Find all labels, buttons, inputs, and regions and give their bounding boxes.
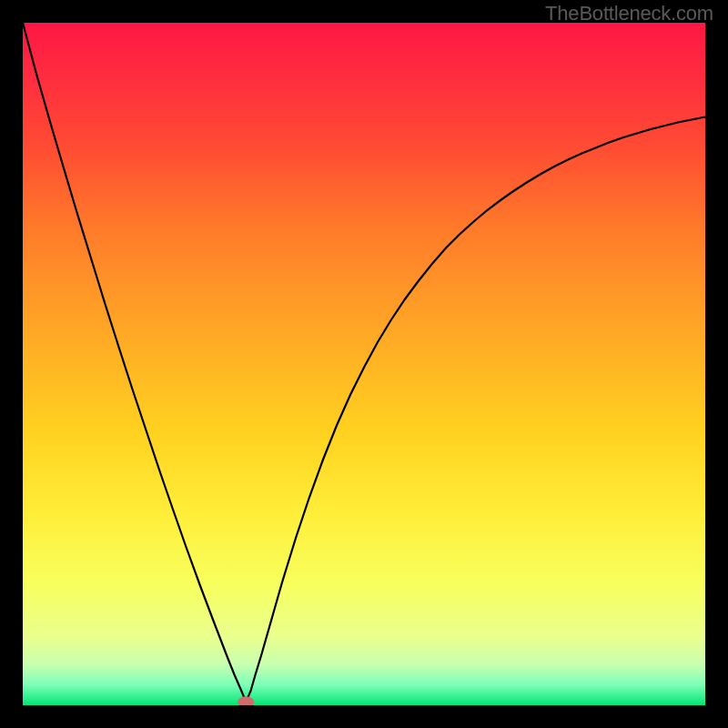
bottleneck-chart: TheBottleneck.com <box>0 0 728 728</box>
minimum-marker <box>238 696 254 707</box>
chart-svg <box>0 0 728 728</box>
watermark-label: TheBottleneck.com <box>545 2 713 25</box>
